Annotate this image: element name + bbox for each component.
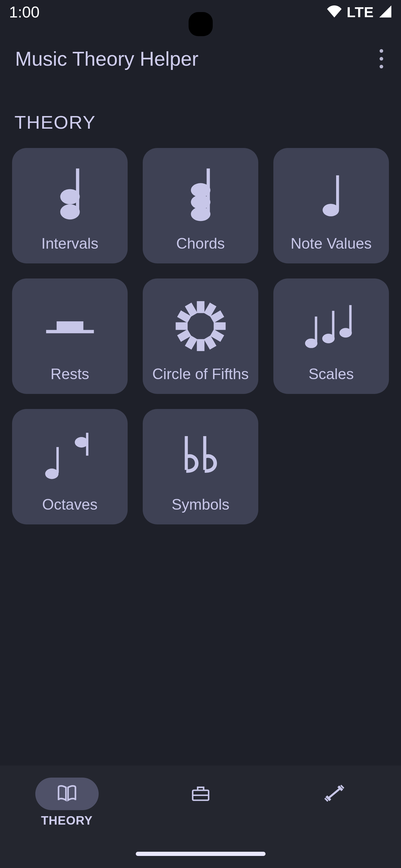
card-rests[interactable]: Rests	[12, 278, 127, 394]
svg-rect-14	[213, 322, 226, 330]
svg-point-1	[60, 204, 80, 219]
svg-point-32	[75, 437, 88, 447]
status-time: 1:00	[9, 3, 39, 21]
card-label: Scales	[308, 365, 354, 383]
chords-icon	[172, 168, 229, 223]
svg-point-24	[305, 338, 317, 348]
svg-point-8	[322, 204, 339, 216]
card-scales[interactable]: Scales	[274, 278, 389, 394]
svg-rect-11	[197, 301, 204, 313]
note-values-icon	[303, 168, 360, 223]
card-circle-of-fifths[interactable]: Circle of Fifths	[143, 278, 258, 394]
svg-point-6	[191, 183, 210, 197]
svg-point-28	[339, 328, 351, 338]
gesture-bar	[136, 852, 265, 856]
svg-rect-10	[46, 330, 93, 333]
card-label: Intervals	[41, 235, 98, 252]
card-label: Chords	[176, 235, 225, 252]
svg-point-26	[322, 334, 334, 343]
nav-label: THEORY	[41, 814, 93, 827]
symbols-icon	[172, 430, 229, 484]
app-bar: Music Theory Helper	[0, 33, 401, 84]
card-label: Octaves	[42, 496, 97, 513]
dumbbell-icon	[323, 783, 345, 804]
card-note-values[interactable]: Note Values	[274, 148, 389, 264]
card-label: Circle of Fifths	[152, 365, 249, 383]
card-label: Note Values	[291, 235, 372, 252]
card-label: Symbols	[172, 496, 230, 513]
app-title: Music Theory Helper	[15, 47, 199, 70]
svg-rect-17	[197, 339, 204, 351]
card-symbols[interactable]: Symbols	[143, 409, 258, 524]
svg-point-30	[45, 468, 58, 479]
octaves-icon	[41, 430, 99, 484]
camera-notch	[189, 12, 213, 36]
nav-theory[interactable]: THEORY	[0, 778, 134, 827]
card-label: Rests	[51, 365, 89, 383]
signal-icon	[379, 3, 392, 21]
network-label: LTE	[347, 4, 374, 21]
card-intervals[interactable]: Intervals	[12, 148, 127, 264]
svg-line-37	[328, 788, 340, 798]
wifi-icon	[327, 3, 342, 21]
svg-rect-20	[176, 322, 188, 330]
toolbox-icon	[191, 784, 210, 804]
svg-rect-9	[56, 321, 83, 331]
theory-grid: Intervals Chords Note Values	[0, 133, 401, 524]
svg-point-2	[60, 189, 80, 204]
card-chords[interactable]: Chords	[143, 148, 258, 264]
circle-of-fifths-icon	[172, 299, 229, 353]
nav-practice[interactable]	[267, 778, 401, 810]
card-octaves[interactable]: Octaves	[12, 409, 127, 524]
intervals-icon	[41, 168, 99, 223]
scales-icon	[303, 299, 360, 353]
nav-tools[interactable]	[134, 778, 267, 810]
book-icon	[56, 784, 78, 804]
status-bar: 1:00 LTE	[0, 0, 401, 33]
rests-icon	[41, 299, 99, 353]
overflow-menu-button[interactable]	[371, 45, 392, 72]
section-title: THEORY	[0, 84, 401, 133]
